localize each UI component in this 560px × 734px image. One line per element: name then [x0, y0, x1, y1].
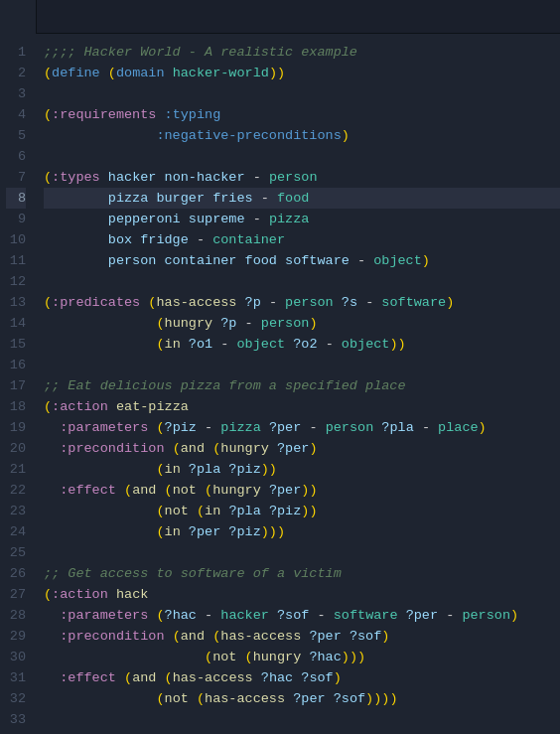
code-line: [44, 709, 560, 730]
code-line: person container food software - object): [44, 250, 560, 271]
line-number: 18: [6, 396, 26, 417]
code-line: pepperoni supreme - pizza: [44, 209, 560, 229]
code-line: :parameters (?piz - pizza ?per - person …: [44, 417, 560, 438]
line-number: 3: [6, 83, 26, 104]
line-number: 12: [6, 271, 26, 292]
code-line: [44, 83, 560, 104]
line-number: 31: [6, 667, 26, 688]
line-number: 25: [6, 542, 26, 563]
line-number: 15: [6, 334, 26, 355]
line-numbers: 1234567891011121314151617181920212223242…: [0, 34, 36, 734]
code-line: :effect (and (has-access ?hac ?sof): [44, 667, 560, 688]
code-line: :parameters (?hac - hacker ?sof - softwa…: [44, 605, 560, 626]
code-line: (define (domain hacker-world)): [44, 63, 560, 83]
code-line: (not (has-access ?per ?sof)))): [44, 688, 560, 709]
line-number: 4: [6, 104, 26, 125]
code-line: (in ?pla ?piz)): [44, 459, 560, 480]
line-number: 19: [6, 417, 26, 438]
line-number: 14: [6, 313, 26, 334]
editor: 1234567891011121314151617181920212223242…: [0, 0, 560, 734]
line-number: 21: [6, 459, 26, 480]
code-line: [44, 542, 560, 563]
code-area: 1234567891011121314151617181920212223242…: [0, 34, 560, 734]
code-line: (not (hungry ?hac))): [44, 647, 560, 667]
line-number: 30: [6, 647, 26, 667]
line-number: 5: [6, 125, 26, 146]
tab-hackerworld[interactable]: [0, 0, 37, 34]
code-line: (:requirements :typing: [44, 104, 560, 125]
line-number: 29: [6, 626, 26, 647]
line-number: 26: [6, 563, 26, 584]
code-line: (hungry ?p - person): [44, 313, 560, 334]
code-content: ;;;; Hacker World - A realistic example(…: [36, 34, 560, 734]
line-number: 33: [6, 709, 26, 730]
line-number: 9: [6, 209, 26, 229]
line-number: 7: [6, 167, 26, 188]
code-line: (:types hacker non-hacker - person: [44, 167, 560, 188]
line-number: 1: [6, 42, 26, 63]
code-line: (in ?per ?piz))): [44, 521, 560, 542]
line-number: 27: [6, 584, 26, 605]
code-line: (:predicates (has-access ?p - person ?s …: [44, 292, 560, 313]
code-line: :precondition (and (hungry ?per): [44, 438, 560, 459]
code-line: pizza burger fries - food: [44, 188, 560, 209]
line-number: 8: [6, 188, 26, 209]
line-number: 24: [6, 521, 26, 542]
code-line: ;; Eat delicious pizza from a specified …: [44, 375, 560, 396]
line-number: 28: [6, 605, 26, 626]
code-line: :precondition (and (has-access ?per ?sof…: [44, 626, 560, 647]
code-line: (not (in ?pla ?piz)): [44, 501, 560, 521]
line-number: 11: [6, 250, 26, 271]
line-number: 6: [6, 146, 26, 167]
code-line: :negative-preconditions): [44, 125, 560, 146]
code-line: (:action hack: [44, 584, 560, 605]
code-line: [44, 146, 560, 167]
line-number: 2: [6, 63, 26, 83]
code-line: [44, 355, 560, 375]
line-number: 20: [6, 438, 26, 459]
code-line: ;; Get access to software of a victim: [44, 563, 560, 584]
line-number: 16: [6, 355, 26, 375]
line-number: 10: [6, 229, 26, 250]
line-number: 32: [6, 688, 26, 709]
line-number: 17: [6, 375, 26, 396]
code-line: ;;;; Hacker World - A realistic example: [44, 42, 560, 63]
code-line: :effect (and (not (hungry ?per)): [44, 480, 560, 501]
code-line: (in ?o1 - object ?o2 - object)): [44, 334, 560, 355]
line-number: 23: [6, 501, 26, 521]
code-line: box fridge - container: [44, 229, 560, 250]
code-line: [44, 271, 560, 292]
tab-bar: [0, 0, 560, 34]
line-number: 13: [6, 292, 26, 313]
code-line: (:action eat-pizza: [44, 396, 560, 417]
line-number: 22: [6, 480, 26, 501]
